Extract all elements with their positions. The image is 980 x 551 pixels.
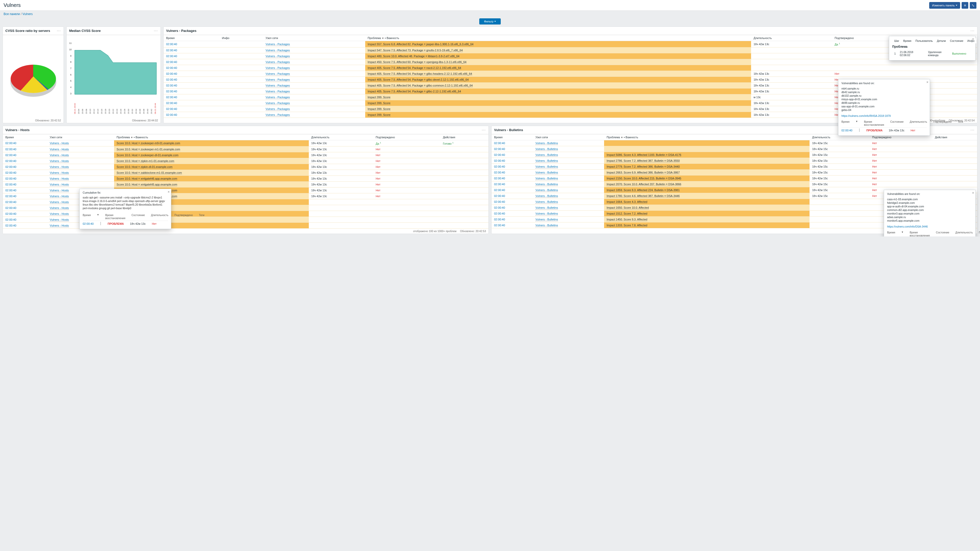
problem-text[interactable]: Impact 405. Score 7.5. Affected 54. Pack…	[368, 90, 461, 93]
problem-text[interactable]: Impact 1664. Score 4.3. Affected	[607, 200, 647, 203]
node-link[interactable]: Vulners - Hosts	[50, 148, 69, 151]
problem-text[interactable]: Score 10.0. Host = xmlgatehl6.app.exampl…	[117, 177, 177, 180]
problem-text[interactable]: Score 10.0. Host = zookeeper-dl-01.examp…	[117, 154, 178, 157]
node-link[interactable]: Vulners - Packages	[266, 84, 290, 87]
node-link[interactable]: Vulners - Packages	[266, 78, 290, 81]
panel-menu-icon[interactable]: ⋯	[154, 28, 158, 33]
table-row[interactable]: 02:00:40Vulners - HostsScore 10.0. Host …	[3, 170, 488, 176]
node-link[interactable]: Vulners - Bulletins	[535, 189, 558, 192]
problem-text[interactable]: Impact 399. Score	[368, 107, 390, 111]
problem-text[interactable]: Impact 1859. Score 8.3. Affected 224. Bu…	[607, 189, 679, 192]
table-row[interactable]: 02:00:40Vulners - HostsScore 10.0. Host …	[3, 199, 488, 205]
vulners-link[interactable]: https://vulners.com/info/DSA-3446	[887, 225, 928, 228]
table-row[interactable]: 02:00:40Vulners - HostsScore 10.0. Host …	[3, 140, 488, 146]
breadcrumb-current[interactable]: Vulners	[22, 12, 33, 16]
node-link[interactable]: Vulners - Bulletins	[535, 212, 558, 215]
node-link[interactable]: Vulners - Bulletins	[535, 194, 558, 198]
node-link[interactable]: Vulners - Bulletins	[535, 177, 558, 180]
node-link[interactable]: Vulners - Hosts	[50, 159, 69, 163]
node-link[interactable]: Vulners - Hosts	[50, 141, 69, 145]
problem-text[interactable]: Impact 399. Score	[368, 96, 390, 99]
problem-text[interactable]: Impact 557. Score 6.8. Affected 82. Pack…	[368, 43, 474, 46]
table-row[interactable]: 02:00:40Vulners - PackagesImpact 405. Sc…	[164, 65, 977, 71]
node-link[interactable]: Vulners - Packages	[266, 66, 290, 70]
edit-panel-button[interactable]: Изменить панель	[929, 2, 960, 9]
node-link[interactable]: Vulners - Packages	[266, 107, 290, 111]
problem-text[interactable]: Impact 2779. Score 7.2. Affected 386. Bu…	[607, 165, 679, 168]
problem-text[interactable]: Impact 2786. Score 7.2. Affected 387. Bu…	[607, 159, 679, 162]
table-row[interactable]: 02:00:40Vulners - PackagesImpact 405. Sc…	[164, 71, 977, 76]
problem-text[interactable]: Impact 1780. Score 4.6. Affected 387. Bu…	[607, 194, 679, 198]
table-row[interactable]: 02:00:40Vulners - BulletinsImpact 2150. …	[492, 175, 977, 181]
problem-text[interactable]: Score 10.0. Host = xmlgatehl5.app.exampl…	[117, 183, 177, 186]
problem-text[interactable]: Impact 1512. Score 7.2. Affected	[607, 212, 647, 215]
problem-text[interactable]: Impact 1450. Score 9.3. Affected	[607, 218, 647, 221]
node-link[interactable]: Vulners - Packages	[266, 60, 290, 64]
node-link[interactable]: Vulners - Bulletins	[535, 148, 558, 151]
table-row[interactable]: 02:00:40Vulners - BulletinsImpact 5086. …	[492, 152, 977, 158]
node-link[interactable]: Vulners - Packages	[266, 72, 290, 76]
panel-menu-icon[interactable]: ⋯	[482, 127, 486, 132]
table-row[interactable]: 02:00:40Vulners - HostsScore 10.0. Host …	[3, 187, 488, 193]
table-row[interactable]: 02:00:40Vulners - HostsScore 10.0. Host …	[3, 176, 488, 182]
node-link[interactable]: Vulners - Hosts	[50, 200, 69, 204]
table-row[interactable]: 02:00:40Vulners - HostsScore 10.0. Host …	[3, 182, 488, 187]
node-link[interactable]: Vulners - Hosts	[50, 189, 69, 192]
node-link[interactable]: Vulners - Hosts	[50, 224, 69, 227]
node-link[interactable]: Vulners - Packages	[266, 43, 290, 46]
table-row[interactable]: 02:00:40Vulners - Bulletins18ч 42м 15сНе…	[492, 146, 977, 152]
problem-text[interactable]: Impact 1333. Score 7.8. Affected	[607, 224, 647, 227]
table-row[interactable]: 02:00:40Vulners - HostsScore 10.0. Host …	[3, 223, 488, 229]
table-row[interactable]: 02:00:40Vulners - PackagesImpact 480. Sc…	[164, 53, 977, 59]
panel-menu-icon[interactable]: ⋯	[57, 28, 61, 33]
filter-button[interactable]: Фильтр	[479, 18, 501, 24]
table-row[interactable]: 02:00:40Vulners - HostsScore 10.0. Host …	[3, 211, 488, 217]
node-link[interactable]: Vulners - Bulletins	[535, 141, 558, 145]
problem-text[interactable]: Score 10.0. Host = zookeeper-m1-01.examp…	[117, 148, 180, 151]
node-link[interactable]: Vulners - Hosts	[50, 171, 69, 175]
node-link[interactable]: Vulners - Packages	[266, 96, 290, 99]
close-icon[interactable]: ×	[168, 190, 170, 194]
table-row[interactable]: 02:00:40Vulners - HostsScore 10.0. Host …	[3, 205, 488, 211]
node-link[interactable]: Vulners - Packages	[266, 113, 290, 117]
node-link[interactable]: Vulners - Bulletins	[535, 206, 558, 210]
vulners-link[interactable]: https://vulners.com/info/RHSA-2018:1879	[842, 114, 891, 118]
node-link[interactable]: Vulners - Hosts	[50, 154, 69, 157]
node-link[interactable]: Vulners - Packages	[266, 49, 290, 52]
node-link[interactable]: Vulners - Bulletins	[535, 218, 558, 221]
node-link[interactable]: Vulners - Bulletins	[535, 224, 558, 227]
node-link[interactable]: Vulners - Hosts	[50, 165, 69, 168]
node-link[interactable]: Vulners - Bulletins	[535, 153, 558, 157]
node-link[interactable]: Vulners - Packages	[266, 55, 290, 58]
problem-text[interactable]: Impact 399. Score	[368, 113, 390, 117]
node-link[interactable]: Vulners - Bulletins	[535, 171, 558, 174]
problem-text[interactable]: Impact 405. Score 7.5. Affected 54. Pack…	[368, 84, 473, 87]
table-row[interactable]: 02:00:40Vulners - BulletinsImpact 2779. …	[492, 164, 977, 169]
table-row[interactable]: 02:00:40Vulners - HostsScore 10.0. Host …	[3, 158, 488, 164]
table-row[interactable]: 02:00:40Vulners - PackagesImpact 450. Sc…	[164, 59, 977, 65]
table-row[interactable]: 02:00:40Vulners - PackagesImpact 557. Sc…	[164, 41, 977, 48]
close-icon[interactable]: ×	[926, 80, 928, 84]
table-row[interactable]: 02:00:40Vulners - BulletinsImpact 2663. …	[492, 169, 977, 175]
problem-text[interactable]: Score 10.0. Host = zipkin-m1-01.example.…	[117, 159, 174, 163]
panel-menu-icon[interactable]: ⋯	[970, 28, 975, 33]
node-link[interactable]: Vulners - Bulletins	[535, 159, 558, 162]
problem-text[interactable]: Score 10.0. Host = zookeeper-m9-01.examp…	[117, 141, 180, 145]
node-link[interactable]: Vulners - Hosts	[50, 177, 69, 180]
problem-text[interactable]: Score 10.0. Host = zipkin-dl-01.example.…	[117, 165, 172, 168]
problem-text[interactable]: Impact 405. Score 7.5. Affected 54. Pack…	[368, 66, 461, 70]
collapse-icon[interactable]: ⤡	[970, 2, 977, 9]
close-icon[interactable]: ×	[972, 37, 974, 41]
table-row[interactable]: 02:00:40Vulners - HostsScore 10.0. Host …	[3, 193, 488, 199]
table-row[interactable]: 02:00:40Vulners - Bulletins18ч 42м 15сНе…	[492, 140, 977, 146]
table-row[interactable]: 02:00:40Vulners - PackagesImpact 547. Sc…	[164, 47, 977, 53]
node-link[interactable]: Vulners - Hosts	[50, 195, 69, 198]
table-row[interactable]: 02:00:40Vulners - BulletinsImpact 2786. …	[492, 158, 977, 164]
node-link[interactable]: Vulners - Bulletins	[535, 200, 558, 203]
problem-text[interactable]: Impact 2663. Score 6.9. Affected 386. Bu…	[607, 171, 679, 174]
problem-text[interactable]: Impact 1650. Score 10.0. Affected	[607, 206, 649, 210]
table-row[interactable]: 02:00:40Vulners - HostsScore 10.0. Host …	[3, 152, 488, 158]
node-link[interactable]: Vulners - Bulletins	[535, 183, 558, 186]
node-link[interactable]: Vulners - Hosts	[50, 212, 69, 216]
area-chart[interactable]: 11109 876 543	[68, 36, 159, 103]
